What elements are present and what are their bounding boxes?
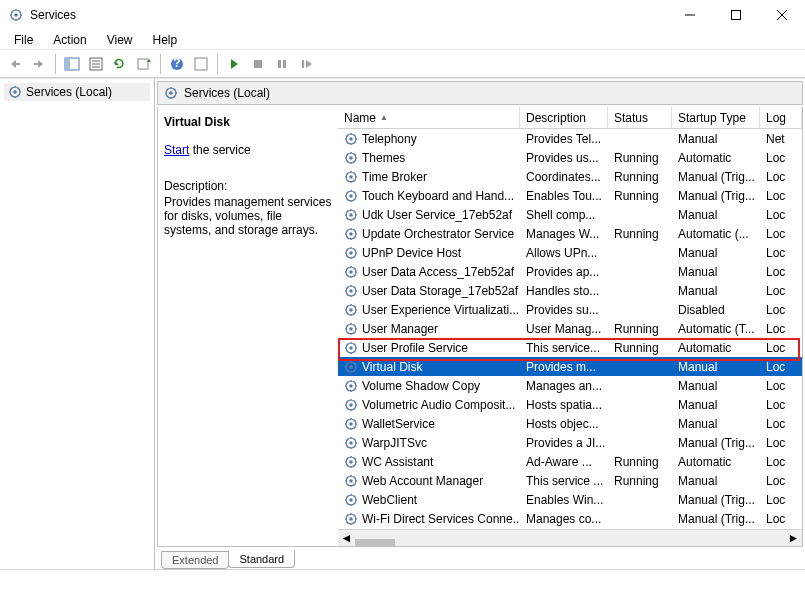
service-row[interactable]: WebClientEnables Win...Manual (Trig...Lo… <box>338 490 802 509</box>
forward-button[interactable] <box>28 53 50 75</box>
service-row[interactable]: Wi-Fi Direct Services Conne...Manages co… <box>338 509 802 528</box>
tab-extended[interactable]: Extended <box>161 551 229 569</box>
service-row[interactable]: Time BrokerCoordinates...RunningManual (… <box>338 167 802 186</box>
gear-icon <box>344 417 358 431</box>
service-startup-type: Manual <box>672 378 760 394</box>
service-row[interactable]: User Data Access_17eb52afProvides ap...M… <box>338 262 802 281</box>
about-button[interactable] <box>190 53 212 75</box>
stop-service-button[interactable] <box>247 53 269 75</box>
service-row[interactable]: WarpJITSvcProvides a JI...Manual (Trig..… <box>338 433 802 452</box>
service-status: Running <box>608 226 672 242</box>
service-name: User Experience Virtualizati... <box>362 303 519 317</box>
service-row[interactable]: WalletServiceHosts objec...ManualLoc <box>338 414 802 433</box>
service-description: Handles sto... <box>520 283 608 299</box>
col-status[interactable]: Status <box>608 107 672 128</box>
tree-item-services-local[interactable]: Services (Local) <box>4 83 150 101</box>
menu-action[interactable]: Action <box>45 31 94 49</box>
scroll-thumb[interactable] <box>355 539 395 546</box>
gear-icon <box>344 436 358 450</box>
window-title: Services <box>30 8 667 22</box>
start-service-button[interactable] <box>223 53 245 75</box>
maximize-button[interactable] <box>713 0 759 30</box>
service-description: Enables Win... <box>520 492 608 508</box>
service-startup-type: Manual <box>672 416 760 432</box>
status-bar <box>0 569 805 591</box>
service-row[interactable]: User Data Storage_17eb52afHandles sto...… <box>338 281 802 300</box>
service-row[interactable]: Volume Shadow CopyManages an...ManualLoc <box>338 376 802 395</box>
tree-pane: Services (Local) <box>0 79 155 569</box>
gear-icon <box>344 398 358 412</box>
service-row[interactable]: User Experience Virtualizati...Provides … <box>338 300 802 319</box>
service-startup-type: Manual <box>672 473 760 489</box>
service-logon: Loc <box>760 416 802 432</box>
gear-icon <box>344 227 358 241</box>
properties-button[interactable] <box>85 53 107 75</box>
service-description: Allows UPn... <box>520 245 608 261</box>
service-startup-type: Manual (Trig... <box>672 169 760 185</box>
col-description[interactable]: Description <box>520 107 608 128</box>
service-description: Enables Tou... <box>520 188 608 204</box>
svg-rect-18 <box>254 60 262 68</box>
service-name: WC Assistant <box>362 455 433 469</box>
service-name: Themes <box>362 151 405 165</box>
menu-file[interactable]: File <box>6 31 41 49</box>
service-name: UPnP Device Host <box>362 246 461 260</box>
service-description: This service... <box>520 340 608 356</box>
service-logon: Loc <box>760 283 802 299</box>
service-logon: Loc <box>760 302 802 318</box>
service-name: WalletService <box>362 417 435 431</box>
service-name: Virtual Disk <box>362 360 422 374</box>
service-logon: Loc <box>760 397 802 413</box>
show-hide-tree-button[interactable] <box>61 53 83 75</box>
service-logon: Loc <box>760 340 802 356</box>
service-row[interactable]: Volumetric Audio Composit...Hosts spatia… <box>338 395 802 414</box>
service-name: User Data Access_17eb52af <box>362 265 514 279</box>
start-link[interactable]: Start <box>164 143 189 157</box>
service-name: Web Account Manager <box>362 474 483 488</box>
service-startup-type: Manual <box>672 131 760 147</box>
gear-icon <box>344 303 358 317</box>
tab-standard[interactable]: Standard <box>228 550 295 568</box>
scroll-right-icon[interactable]: ► <box>785 530 802 547</box>
service-row[interactable]: TelephonyProvides Tel...ManualNet <box>338 129 802 148</box>
help-button[interactable]: ? <box>166 53 188 75</box>
service-row[interactable]: WC AssistantAd-Aware ...RunningAutomatic… <box>338 452 802 471</box>
menu-view[interactable]: View <box>99 31 141 49</box>
gear-icon <box>344 284 358 298</box>
restart-service-button[interactable] <box>295 53 317 75</box>
service-startup-type: Manual <box>672 397 760 413</box>
service-row[interactable]: UPnP Device HostAllows UPn...ManualLoc <box>338 243 802 262</box>
back-button[interactable] <box>4 53 26 75</box>
refresh-button[interactable] <box>109 53 131 75</box>
sort-indicator-icon: ▲ <box>380 113 388 122</box>
selected-service-name: Virtual Disk <box>164 115 332 129</box>
close-button[interactable] <box>759 0 805 30</box>
gear-icon <box>344 170 358 184</box>
service-name: Telephony <box>362 132 417 146</box>
service-status <box>608 214 672 216</box>
service-name: Update Orchestrator Service <box>362 227 514 241</box>
service-row[interactable]: Web Account ManagerThis service ...Runni… <box>338 471 802 490</box>
scroll-left-icon[interactable]: ◄ <box>338 530 355 547</box>
service-row[interactable]: Udk User Service_17eb52afShell comp...Ma… <box>338 205 802 224</box>
gear-icon <box>344 265 358 279</box>
svg-rect-3 <box>732 11 741 20</box>
service-row[interactable]: Update Orchestrator ServiceManages W...R… <box>338 224 802 243</box>
col-startup-type[interactable]: Startup Type <box>672 107 760 128</box>
service-row[interactable]: User Profile ServiceThis service...Runni… <box>338 338 802 357</box>
service-name: User Manager <box>362 322 438 336</box>
service-row[interactable]: ThemesProvides us...RunningAutomaticLoc <box>338 148 802 167</box>
service-row[interactable]: User ManagerUser Manag...RunningAutomati… <box>338 319 802 338</box>
col-name[interactable]: Name▲ <box>338 107 520 128</box>
pause-service-button[interactable] <box>271 53 293 75</box>
service-row[interactable]: Touch Keyboard and Hand...Enables Tou...… <box>338 186 802 205</box>
gear-icon <box>344 379 358 393</box>
service-startup-type: Manual (Trig... <box>672 511 760 527</box>
menu-help[interactable]: Help <box>145 31 186 49</box>
minimize-button[interactable] <box>667 0 713 30</box>
svg-text:?: ? <box>173 57 180 70</box>
export-button[interactable] <box>133 53 155 75</box>
service-row[interactable]: Virtual DiskProvides m...ManualLoc <box>338 357 802 376</box>
col-logon-as[interactable]: Log <box>760 107 802 128</box>
horizontal-scrollbar[interactable]: ◄ ► <box>338 529 802 546</box>
